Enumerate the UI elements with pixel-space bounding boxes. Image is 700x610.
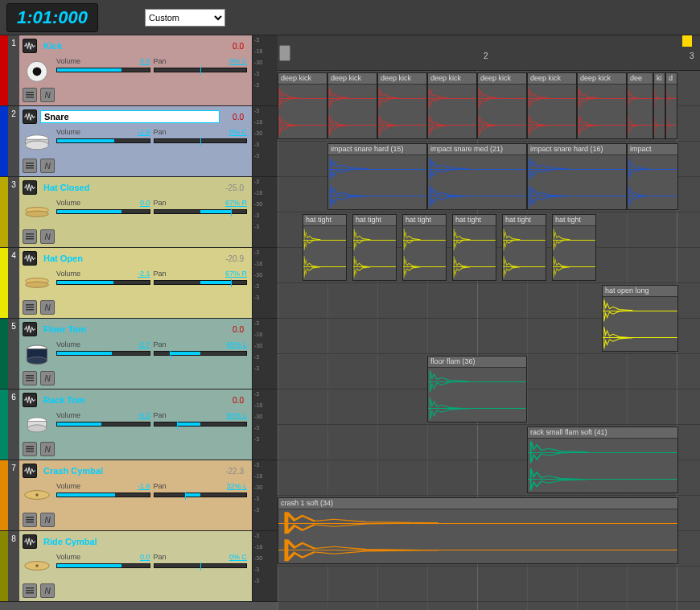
preset-dropdown[interactable]: Custom bbox=[145, 9, 225, 27]
audio-clip[interactable]: deep kick bbox=[278, 72, 327, 139]
pan-slider[interactable] bbox=[154, 422, 248, 427]
audio-clip[interactable]: impact bbox=[627, 143, 678, 210]
volume-slider[interactable] bbox=[56, 351, 150, 356]
timeline-row[interactable]: hat tight hat tight hat tight hat tight … bbox=[278, 212, 700, 283]
track-crash-cymbal[interactable]: 7 Crash Cymbal -22.3 Volume-1.6 Pan32% L bbox=[0, 460, 278, 531]
track-settings-button[interactable] bbox=[23, 159, 37, 173]
track-ride-cymbal[interactable]: 8 Ride Cymbal Volume0.0 Pan0% C bbox=[0, 531, 278, 602]
volume-value[interactable]: -6.3 bbox=[138, 411, 150, 419]
pan-slider[interactable] bbox=[154, 351, 248, 356]
pan-slider[interactable] bbox=[154, 563, 248, 568]
pan-slider[interactable] bbox=[154, 68, 248, 72]
pan-value[interactable]: 32% L bbox=[226, 482, 247, 490]
audio-clip[interactable]: deep kick bbox=[527, 72, 577, 139]
waveform-icon[interactable] bbox=[23, 251, 37, 266]
volume-slider[interactable] bbox=[56, 493, 150, 497]
volume-slider[interactable] bbox=[56, 422, 150, 427]
track-settings-button[interactable] bbox=[23, 583, 37, 598]
track-name-field[interactable]: Snare bbox=[40, 110, 220, 123]
track-kick[interactable]: 1 Kick 0.0 Volume0.0 Pan0% C bbox=[0, 35, 278, 106]
audio-clip[interactable]: floor flam (36) bbox=[427, 356, 527, 422]
volume-slider[interactable] bbox=[56, 563, 150, 568]
pan-slider[interactable] bbox=[154, 280, 248, 285]
volume-slider[interactable] bbox=[56, 138, 150, 143]
waveform-icon[interactable] bbox=[23, 464, 37, 478]
playhead-marker[interactable] bbox=[279, 35, 290, 70]
waveform-icon[interactable] bbox=[23, 109, 37, 124]
pan-slider[interactable] bbox=[154, 493, 248, 497]
track-name-field[interactable]: Rack Tom bbox=[40, 394, 220, 406]
pan-value[interactable]: 0% C bbox=[229, 128, 247, 136]
audio-clip[interactable]: impact snare hard (16) bbox=[527, 143, 627, 210]
audio-clip[interactable]: deep kick bbox=[427, 72, 477, 139]
volume-value[interactable]: 0.0 bbox=[140, 553, 150, 561]
ruler-end-marker[interactable] bbox=[682, 35, 692, 47]
volume-slider[interactable] bbox=[56, 280, 150, 285]
pan-value[interactable]: 50% L bbox=[226, 411, 247, 419]
track-normalize-button[interactable]: N bbox=[40, 442, 55, 456]
audio-clip[interactable]: deep kick bbox=[377, 72, 427, 139]
timeline-row[interactable]: hat open long bbox=[278, 283, 700, 354]
audio-clip[interactable]: impact snare med (21) bbox=[427, 143, 527, 210]
volume-value[interactable]: 0.0 bbox=[140, 199, 150, 207]
audio-clip[interactable]: hat tight bbox=[502, 214, 546, 281]
track-hat-open[interactable]: 4 Hat Open -20.9 Volume-2.1 Pan67% R bbox=[0, 248, 278, 319]
audio-clip[interactable]: hat tight bbox=[303, 214, 347, 281]
pan-slider[interactable] bbox=[154, 209, 248, 214]
track-settings-button[interactable] bbox=[23, 371, 37, 385]
audio-clip[interactable]: hat tight bbox=[402, 214, 447, 281]
audio-clip[interactable]: rack small flam soft (41) bbox=[527, 427, 678, 493]
track-normalize-button[interactable]: N bbox=[40, 513, 55, 527]
track-name-field[interactable]: Hat Open bbox=[40, 253, 220, 264]
audio-clip[interactable]: deep kick bbox=[577, 72, 627, 139]
pan-slider[interactable] bbox=[154, 138, 248, 143]
timeline-row[interactable]: rack small flam soft (41) bbox=[278, 425, 700, 496]
pan-value[interactable]: 0% C bbox=[229, 57, 247, 65]
track-normalize-button[interactable]: N bbox=[40, 300, 55, 315]
waveform-icon[interactable] bbox=[23, 393, 37, 407]
track-settings-button[interactable] bbox=[23, 229, 37, 244]
timeline-row[interactable]: impact snare hard (15) impact snare med … bbox=[278, 142, 700, 212]
waveform-icon[interactable] bbox=[23, 534, 37, 549]
audio-clip[interactable]: hat tight bbox=[552, 214, 596, 281]
audio-clip[interactable]: dee bbox=[627, 72, 653, 139]
waveform-icon[interactable] bbox=[23, 180, 37, 195]
track-settings-button[interactable] bbox=[23, 300, 37, 315]
audio-clip[interactable]: deep kick bbox=[477, 72, 527, 139]
track-settings-button[interactable] bbox=[23, 88, 37, 102]
timeline-row[interactable]: crash 1 soft (34) bbox=[278, 496, 700, 567]
track-name-field[interactable]: Ride Cymbal bbox=[40, 536, 220, 547]
timeline-row[interactable] bbox=[278, 567, 700, 610]
volume-value[interactable]: -1.9 bbox=[138, 128, 150, 136]
track-normalize-button[interactable]: N bbox=[40, 229, 55, 244]
audio-clip[interactable]: hat tight bbox=[452, 214, 496, 281]
track-name-field[interactable]: Crash Cymbal bbox=[40, 465, 220, 476]
pan-value[interactable]: 65% L bbox=[226, 340, 247, 348]
track-normalize-button[interactable]: N bbox=[40, 583, 55, 598]
volume-slider[interactable] bbox=[56, 68, 150, 72]
audio-clip[interactable]: hat tight bbox=[352, 214, 397, 281]
track-normalize-button[interactable]: N bbox=[40, 159, 55, 173]
volume-slider[interactable] bbox=[56, 209, 150, 214]
pan-value[interactable]: 67% R bbox=[225, 270, 247, 278]
audio-clip[interactable]: deep kick bbox=[327, 72, 377, 139]
track-rack-tom[interactable]: 6 Rack Tom 0.0 Volume-6.3 Pan50% L bbox=[0, 389, 278, 460]
timeline-ruler[interactable]: 23 bbox=[278, 35, 700, 71]
timeline-row[interactable]: floor flam (36) bbox=[278, 354, 700, 425]
audio-clip[interactable]: crash 1 soft (34) bbox=[278, 497, 678, 564]
volume-value[interactable]: 0.0 bbox=[140, 57, 150, 65]
timeline-panel[interactable]: 23 deep kick deep kick deep kick deep ki… bbox=[278, 35, 700, 610]
track-snare[interactable]: 2 Snare 0.0 Volume-1.9 Pan0% C bbox=[0, 106, 278, 177]
timeline-row[interactable]: deep kick deep kick deep kick deep kick … bbox=[278, 71, 700, 142]
track-name-field[interactable]: Floor Tom bbox=[40, 324, 220, 335]
audio-clip[interactable]: d bbox=[665, 72, 677, 139]
audio-clip[interactable]: impact snare hard (15) bbox=[327, 143, 427, 210]
track-normalize-button[interactable]: N bbox=[40, 88, 55, 102]
track-normalize-button[interactable]: N bbox=[40, 371, 55, 385]
track-settings-button[interactable] bbox=[23, 513, 37, 527]
pan-value[interactable]: 67% R bbox=[225, 199, 247, 207]
audio-clip[interactable]: hat open long bbox=[602, 285, 678, 352]
volume-value[interactable]: -2.7 bbox=[138, 340, 150, 348]
volume-value[interactable]: -2.1 bbox=[138, 270, 150, 278]
track-name-field[interactable]: Kick bbox=[40, 40, 220, 52]
